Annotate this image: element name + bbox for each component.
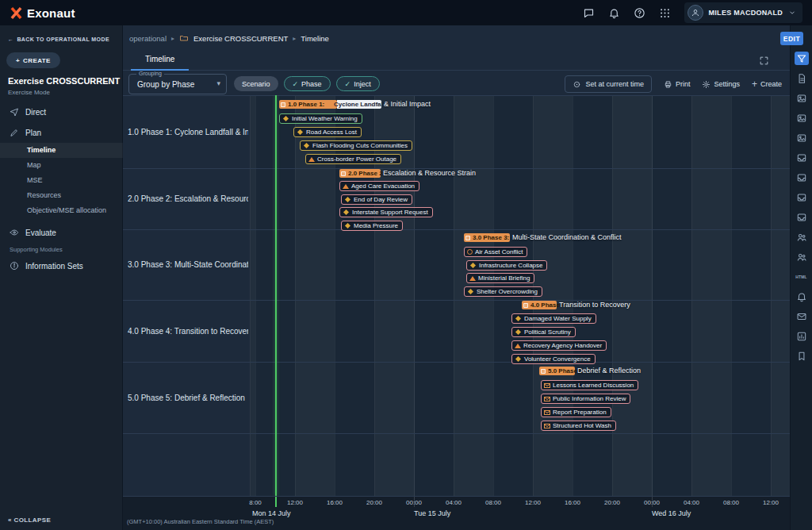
rail-file-icon[interactable] bbox=[795, 71, 809, 85]
diamond-icon bbox=[345, 223, 350, 229]
rail-mail-icon[interactable] bbox=[795, 309, 809, 323]
sidebar-item-resources[interactable]: Resources bbox=[0, 188, 123, 203]
tab-timeline[interactable]: Timeline bbox=[131, 49, 189, 71]
rail-image-icon[interactable] bbox=[795, 91, 809, 105]
user-menu[interactable]: MILES MACDONALD bbox=[684, 2, 803, 23]
inject-chip[interactable]: Report Preparation bbox=[541, 407, 611, 417]
inject-chip[interactable]: Infrastructure Collapse bbox=[466, 260, 547, 271]
sidebar-item-direct[interactable]: Direct bbox=[0, 103, 123, 121]
inject-chip[interactable]: Volunteer Convergence bbox=[511, 354, 596, 364]
inject-chip[interactable]: End of Day Review bbox=[341, 194, 412, 205]
settings-button[interactable]: Settings bbox=[702, 80, 740, 89]
axis-day-label: Tue 15 July bbox=[414, 509, 450, 517]
back-to-operational-mode-link[interactable]: ←BACK TO OPERATIONAL MODE bbox=[8, 36, 109, 42]
filter-chip-phase[interactable]: ✓Phase bbox=[284, 76, 331, 91]
filter-chips: Scenario✓Phase✓Inject bbox=[234, 76, 380, 91]
inject-label: Shelter Overcrowding bbox=[477, 288, 538, 295]
diamond-icon bbox=[283, 116, 289, 121]
apps-grid-icon[interactable] bbox=[659, 7, 671, 19]
filter-chip-inject[interactable]: ✓Inject bbox=[336, 76, 380, 91]
inject-chip[interactable]: Damaged Water Supply bbox=[511, 313, 596, 324]
folder-icon bbox=[179, 33, 189, 43]
tab-strip: Timeline bbox=[123, 49, 790, 71]
inject-chip[interactable]: Public Information Review bbox=[541, 394, 630, 404]
rail-bookmark-icon[interactable] bbox=[795, 349, 809, 363]
rail-tray-icon[interactable] bbox=[795, 171, 809, 184]
rail-image-icon[interactable] bbox=[795, 111, 809, 125]
inject-chip[interactable]: Ministerial Briefing bbox=[466, 273, 534, 283]
fullscreen-icon[interactable] bbox=[759, 55, 769, 69]
sidebar-item-information-sets[interactable]: Information Sets bbox=[0, 257, 123, 275]
inject-chip[interactable]: Structured Hot Wash bbox=[541, 421, 616, 431]
inject-chip[interactable]: Shelter Overcrowding bbox=[464, 286, 542, 297]
phase-bar[interactable]: 2.0 Phase 2: bbox=[339, 169, 381, 178]
rail-users-icon[interactable] bbox=[795, 250, 809, 263]
inject-label: Infrastructure Collapse bbox=[479, 262, 542, 269]
breadcrumb-exercise[interactable]: Exercise CROSSCURRENT bbox=[193, 34, 288, 43]
rail-users-icon[interactable] bbox=[795, 230, 809, 244]
edit-button[interactable]: EDIT bbox=[780, 32, 803, 45]
breadcrumb-root[interactable]: operational bbox=[129, 34, 167, 43]
inject-chip[interactable]: Road Access Lost bbox=[293, 127, 362, 137]
rail-filter-icon[interactable] bbox=[795, 52, 809, 65]
filter-chip-scenario[interactable]: Scenario bbox=[234, 76, 278, 91]
brand-name: Exonaut bbox=[27, 6, 75, 20]
inject-chip[interactable]: Media Pressure bbox=[341, 221, 403, 231]
inject-chip[interactable]: Aged Care Evacuation bbox=[339, 181, 419, 191]
timeline-canvas[interactable]: 1.0 Phase 1:Cyclone Landfall& Initial Im… bbox=[250, 95, 790, 496]
envelope-icon bbox=[544, 410, 550, 415]
current-time-line bbox=[275, 95, 277, 496]
inject-chip[interactable]: Recovery Agency Handover bbox=[511, 340, 607, 351]
collapse-sidebar-button[interactable]: « COLLAPSE bbox=[8, 517, 51, 524]
create-inject-button[interactable]: + Create bbox=[752, 80, 782, 88]
rail-tray-icon[interactable] bbox=[795, 190, 809, 204]
print-button[interactable]: Print bbox=[664, 80, 691, 89]
phase-row-label: 5.0 Phase 5: Debrief & Reflection bbox=[123, 362, 248, 433]
chat-icon[interactable] bbox=[583, 7, 595, 19]
phase-bar[interactable]: 3.0 Phase 3: bbox=[464, 233, 510, 242]
diamond-icon bbox=[515, 316, 521, 321]
axis-tick-label: 04:00 bbox=[442, 499, 465, 506]
notifications-bell-icon[interactable] bbox=[608, 7, 620, 19]
target-icon bbox=[573, 80, 581, 89]
sidebar-item-mse[interactable]: MSE bbox=[0, 173, 123, 188]
sidebar-item-objective-mse-allocation[interactable]: Objective/MSE allocation bbox=[0, 203, 123, 218]
rail-chart-icon[interactable] bbox=[795, 329, 809, 343]
inject-chip[interactable]: Lessons Learned Discussion bbox=[541, 380, 638, 390]
main-panel: operational ▸ Exercise CROSSCURRENT ▸ Ti… bbox=[123, 25, 790, 530]
sidebar-item-plan[interactable]: Plan bbox=[0, 124, 123, 141]
help-icon[interactable] bbox=[634, 7, 645, 19]
inject-chip[interactable]: Political Scrutiny bbox=[511, 327, 576, 337]
inject-chip[interactable]: Air Asset Conflict bbox=[464, 247, 527, 257]
inject-chip[interactable]: Cross-border Power Outage bbox=[305, 154, 401, 164]
set-current-time-button[interactable]: Set at current time bbox=[565, 75, 652, 93]
phase-bar[interactable]: 4.0 Phase 4: bbox=[522, 301, 557, 309]
sidebar-item-timeline[interactable]: Timeline bbox=[0, 143, 123, 158]
axis-day-label: Mon 14 July bbox=[252, 509, 291, 517]
inject-chip[interactable]: Interstate Support Request bbox=[339, 207, 433, 217]
dropdown-caret-icon: ▾ bbox=[216, 79, 220, 87]
rail-image-icon[interactable] bbox=[795, 131, 809, 144]
rail-bell-icon[interactable] bbox=[795, 290, 809, 303]
create-button[interactable]: +CREATE bbox=[6, 52, 60, 68]
sidebar-item-map[interactable]: Map bbox=[0, 158, 123, 173]
axis-tick-label: 08:00 bbox=[719, 499, 743, 506]
grouping-select[interactable]: Grouping Group by Phase ▾ bbox=[128, 74, 227, 94]
inject-chip[interactable]: Initial Weather Warning bbox=[279, 113, 362, 124]
sidebar-item-label: Direct bbox=[25, 108, 46, 117]
sidebar-item-evaluate[interactable]: Evaluate bbox=[0, 224, 123, 241]
rail-html-icon[interactable]: HTML bbox=[795, 270, 809, 283]
supporting-modules-label: Supporting Modules bbox=[10, 246, 63, 253]
breadcrumb-page: Timeline bbox=[301, 34, 329, 43]
inject-label: Flash Flooding Cuts Communities bbox=[312, 142, 408, 149]
eye-icon bbox=[10, 228, 19, 237]
phase-bar[interactable]: 1.0 Phase 1: bbox=[279, 100, 337, 109]
inject-chip[interactable]: Flash Flooding Cuts Communities bbox=[300, 140, 412, 151]
rail-tray-icon[interactable] bbox=[795, 151, 809, 164]
rail-tray-icon[interactable] bbox=[795, 210, 809, 224]
phase-bar[interactable]: 5.0 Phase 5: bbox=[539, 367, 575, 375]
time-axis: (GMT+10:00) Australian Eastern Standard … bbox=[123, 496, 790, 530]
inject-label: Report Preparation bbox=[553, 409, 607, 416]
inject-label: Air Asset Conflict bbox=[475, 248, 523, 255]
check-icon: ✓ bbox=[293, 80, 299, 88]
